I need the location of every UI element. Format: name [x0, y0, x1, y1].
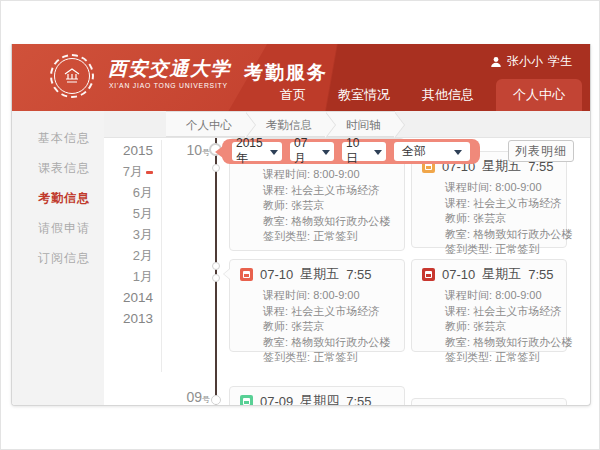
- timeline-year-2014[interactable]: 2014: [104, 287, 153, 308]
- month-dropdown[interactable]: 07月: [290, 142, 334, 161]
- nav-item-other-info[interactable]: 其他信息: [406, 79, 490, 111]
- timeline-node-small-3: [212, 274, 220, 282]
- university-name-en: XI'AN JIAO TONG UNIVERSITY: [109, 82, 228, 89]
- card-row: 教师: 张芸京: [263, 198, 394, 214]
- card-row: 教室: 格物致知行政办公楼: [445, 335, 556, 351]
- timeline-month-1[interactable]: 1月: [104, 266, 153, 287]
- year-dropdown[interactable]: 2015年: [232, 142, 282, 161]
- card-row: 教师: 张芸京: [445, 319, 556, 335]
- timeline-month-6[interactable]: 6月: [104, 182, 153, 203]
- chevron-down-icon: [454, 150, 462, 159]
- timeline-axis: [215, 138, 217, 405]
- sidebar: 基本信息 课表信息 考勤信息 请假申请 订阅信息: [12, 111, 104, 405]
- breadcrumb-personal-center[interactable]: 个人中心: [166, 111, 246, 137]
- card-time: 7:55: [528, 267, 553, 282]
- type-dropdown[interactable]: 全部: [394, 142, 470, 161]
- card-row: 签到类型: 正常签到: [445, 350, 556, 366]
- day-dropdown[interactable]: 10日: [342, 142, 386, 161]
- attendance-card: 07-10 星期五 7:55 课程时间: 8:00-9:00 课程: 社会主义市…: [229, 259, 405, 352]
- card-row: 教师: 张芸京: [445, 211, 556, 227]
- card-row: 教室: 格物致知行政办公楼: [263, 214, 394, 230]
- university-logo: [50, 54, 94, 98]
- card-time: 7:55: [346, 394, 371, 407]
- card-date: 07-10: [442, 267, 475, 282]
- breadcrumb-timeline[interactable]: 时间轴: [326, 111, 395, 137]
- card-row: 课程时间: 8:00-9:00: [445, 180, 556, 196]
- breadcrumb-attendance-info[interactable]: 考勤信息: [246, 111, 326, 137]
- user-name: 张小小: [507, 53, 543, 70]
- filter-bubble: 2015年 07月 10日 全部: [222, 139, 480, 164]
- timeline-year-2015[interactable]: 2015: [104, 140, 153, 161]
- card-row: 教师: 张芸京: [263, 319, 394, 335]
- timeline-month-5[interactable]: 5月: [104, 203, 153, 224]
- card-row: 教室: 格物致知行政办公楼: [263, 335, 394, 351]
- card-weekday: 星期四: [300, 392, 339, 406]
- card-date: 07-09: [260, 394, 293, 407]
- card-row: 课程: 社会主义市场经济: [263, 304, 394, 320]
- chevron-down-icon: [322, 150, 330, 159]
- timeline-month-3[interactable]: 3月: [104, 224, 153, 245]
- nav-item-classrooms[interactable]: 教室情况: [322, 79, 406, 111]
- attendance-card-partial: [411, 398, 567, 406]
- university-name-cn: 西安交通大学: [108, 56, 231, 82]
- sidebar-item-leave-request[interactable]: 请假申请: [12, 213, 104, 243]
- card-weekday: 星期五: [482, 265, 521, 283]
- timeline-node-day09: [211, 395, 221, 405]
- sidebar-item-attendance[interactable]: 考勤信息: [12, 183, 104, 213]
- attendance-card: 07-09 星期四 7:55: [229, 386, 405, 406]
- timeline-year-month-nav: 2015 7月 6月 5月 3月 2月 1月 2014 2013: [104, 140, 162, 372]
- user-info[interactable]: 张小小 学生: [490, 53, 572, 70]
- chevron-down-icon: [270, 150, 278, 159]
- card-date: 07-10: [260, 267, 293, 282]
- nav-item-home[interactable]: 首页: [264, 79, 322, 111]
- timeline-day-10: 10号: [170, 142, 210, 158]
- timeline-day-09: 09号: [170, 389, 210, 405]
- checkin-stamp-icon: [422, 268, 435, 281]
- card-row: 课程时间: 8:00-9:00: [263, 167, 394, 183]
- card-row: 课程: 社会主义市场经济: [445, 196, 556, 212]
- user-role: 学生: [548, 53, 572, 70]
- sidebar-item-basic-info[interactable]: 基本信息: [12, 123, 104, 153]
- checkin-stamp-icon: [240, 395, 253, 407]
- attendance-card: 07-10 星期五 7:55 课程时间: 8:00-9:00 课程: 社会主义市…: [411, 151, 567, 248]
- card-row: 课程: 社会主义市场经济: [263, 183, 394, 199]
- attendance-page: 西安交通大学 XI'AN JIAO TONG UNIVERSITY 考勤服务 张…: [11, 44, 591, 406]
- card-row: 课程时间: 8:00-9:00: [445, 288, 556, 304]
- main-nav: 首页 教室情况 其他信息 个人中心: [264, 79, 582, 111]
- sidebar-item-subscription[interactable]: 订阅信息: [12, 243, 104, 273]
- card-row: 签到类型: 正常签到: [263, 350, 394, 366]
- timeline-year-2013[interactable]: 2013: [104, 308, 153, 329]
- card-row: 教室: 格物致知行政办公楼: [445, 227, 556, 243]
- chevron-down-icon: [374, 150, 382, 159]
- current-month-marker: [146, 171, 153, 174]
- card-time: 7:55: [346, 267, 371, 282]
- university-emblem-icon: [54, 58, 90, 94]
- checkin-stamp-icon: [240, 268, 253, 281]
- card-weekday: 星期五: [300, 265, 339, 283]
- timeline-month-7-current[interactable]: 7月: [104, 161, 153, 182]
- sidebar-item-timetable[interactable]: 课表信息: [12, 153, 104, 183]
- nav-item-personal-center-active[interactable]: 个人中心: [496, 79, 582, 111]
- card-row: 签到类型: 正常签到: [263, 229, 394, 245]
- timeline-node-small-1: [212, 164, 220, 172]
- user-icon: [490, 56, 502, 68]
- card-row: 签到类型: 正常签到: [445, 242, 556, 258]
- breadcrumb: 个人中心 考勤信息 时间轴: [104, 111, 590, 138]
- header-banner: 西安交通大学 XI'AN JIAO TONG UNIVERSITY 考勤服务 张…: [12, 44, 590, 111]
- timeline-node-small-2: [212, 262, 220, 270]
- card-row: 课程时间: 8:00-9:00: [263, 288, 394, 304]
- list-detail-button[interactable]: 列表明细: [508, 140, 574, 162]
- screenshot-canvas: { "header": { "university_cn": "西安交通大学",…: [0, 0, 600, 450]
- timeline-month-2[interactable]: 2月: [104, 245, 153, 266]
- attendance-card: 07-10 星期五 7:55 课程时间: 8:00-9:00 课程: 社会主义市…: [411, 259, 567, 352]
- card-row: 课程: 社会主义市场经济: [445, 304, 556, 320]
